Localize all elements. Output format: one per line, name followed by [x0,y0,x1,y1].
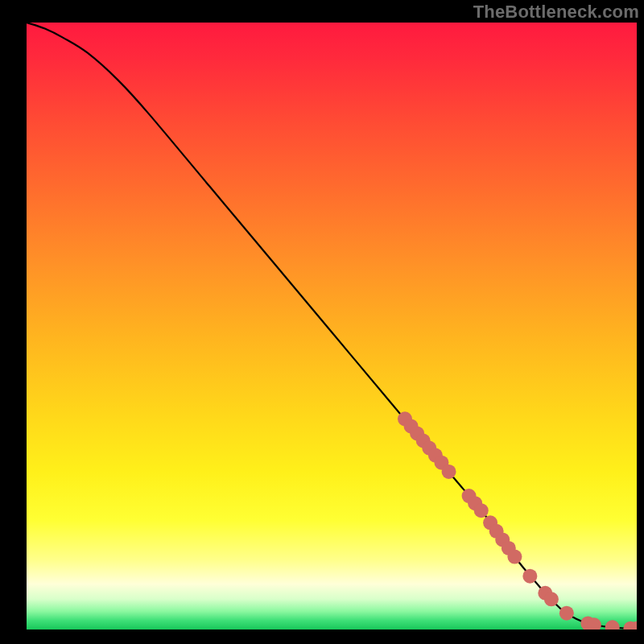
data-marker [442,464,456,479]
data-marker [544,592,559,606]
data-marker [474,503,489,518]
gradient-background [27,23,637,630]
data-marker [559,606,574,621]
gradient-plot [27,23,637,630]
chart-frame: TheBottleneck.com [0,0,644,644]
watermark-label: TheBottleneck.com [473,2,639,23]
plot-area [27,23,637,630]
data-marker [507,550,522,564]
data-marker [522,569,537,584]
